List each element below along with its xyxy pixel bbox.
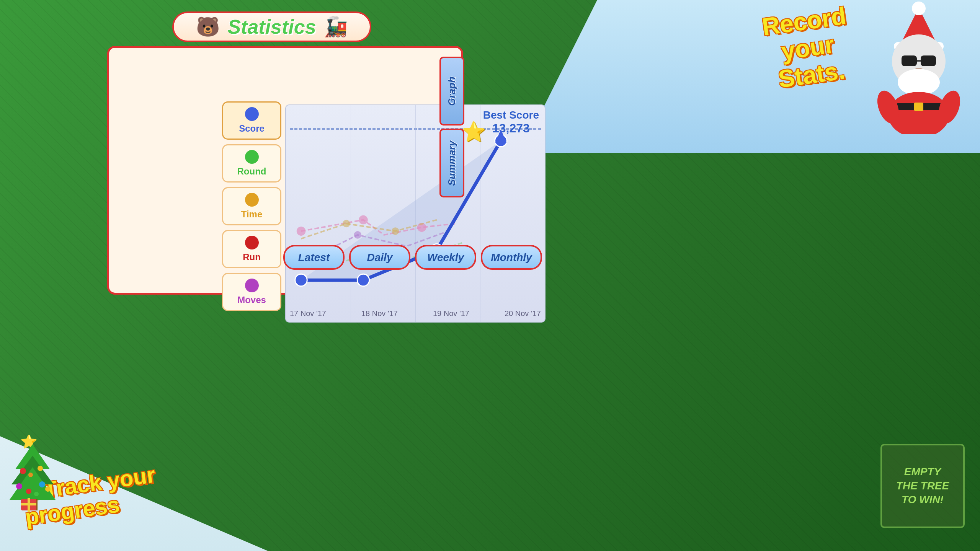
moves-dot: [245, 279, 259, 292]
svg-point-35: [38, 466, 43, 471]
graph-tab[interactable]: Graph: [439, 57, 464, 126]
run-button[interactable]: Run: [222, 230, 281, 268]
time-button[interactable]: Time: [222, 187, 281, 225]
moves-label: Moves: [237, 295, 266, 305]
title-bar: 🐻 Statistics 🚂: [172, 11, 371, 42]
santa-character: [858, 0, 980, 145]
svg-point-40: [34, 492, 39, 496]
svg-rect-20: [921, 55, 936, 66]
latest-tab-label: Latest: [298, 251, 330, 264]
date-1: 17 Nov '17: [290, 309, 326, 318]
svg-point-38: [39, 481, 45, 487]
round-button[interactable]: Round: [222, 144, 281, 183]
page-title: Statistics: [227, 15, 316, 38]
date-4: 20 Nov '17: [505, 309, 541, 318]
svg-point-34: [20, 468, 26, 474]
summary-tab-label: Summary: [446, 140, 458, 186]
weekly-tab[interactable]: Weekly: [415, 245, 476, 270]
date-3: 19 Nov '17: [433, 309, 469, 318]
main-panel: Score Round Time Run Moves Best Score 13…: [107, 46, 463, 295]
santa-svg: [865, 0, 972, 134]
monthly-tab[interactable]: Monthly: [481, 245, 542, 270]
record-text: RecordyourStats.: [760, 2, 855, 94]
right-tabs: Graph Summary: [439, 57, 464, 197]
date-labels: 17 Nov '17 18 Nov '17 19 Nov '17 20 Nov …: [290, 309, 541, 318]
svg-point-2: [359, 215, 368, 225]
svg-point-4: [343, 220, 350, 228]
run-label: Run: [243, 252, 261, 262]
tree-svg: ⭐: [8, 435, 57, 515]
svg-point-10: [295, 274, 307, 286]
christmas-tree: ⭐: [8, 435, 57, 517]
moves-button[interactable]: Moves: [222, 273, 281, 311]
teddy-icon: 🐻: [196, 16, 220, 38]
train-icon: 🚂: [324, 16, 348, 38]
score-label: Score: [239, 123, 265, 134]
round-dot: [245, 150, 259, 164]
round-label: Round: [237, 166, 266, 177]
svg-point-23: [898, 69, 940, 96]
svg-point-16: [912, 2, 926, 15]
score-button[interactable]: Score: [222, 101, 281, 140]
svg-rect-19: [902, 55, 917, 66]
svg-point-37: [16, 483, 22, 489]
weekly-tab-label: Weekly: [427, 251, 464, 264]
svg-point-39: [26, 489, 31, 494]
empty-tree-text: Emptythe treeto win!: [896, 465, 949, 507]
svg-point-7: [354, 231, 361, 239]
record-banner: RecordyourStats.: [760, 2, 855, 94]
time-label: Time: [241, 209, 263, 220]
stat-sidebar: Score Round Time Run Moves: [222, 101, 281, 311]
monthly-tab-label: Monthly: [491, 251, 532, 264]
date-2: 18 Nov '17: [361, 309, 398, 318]
run-dot: [245, 236, 259, 249]
empty-tree-box: Emptythe treeto win!: [880, 444, 965, 528]
chart-svg: [290, 117, 535, 300]
time-tabs: Latest Daily Weekly Monthly: [283, 245, 542, 270]
summary-tab[interactable]: Summary: [439, 129, 464, 197]
graph-tab-label: Graph: [446, 77, 458, 106]
svg-point-36: [28, 473, 33, 477]
svg-point-11: [357, 274, 369, 286]
latest-tab[interactable]: Latest: [283, 245, 345, 270]
svg-rect-26: [914, 103, 923, 111]
score-dot: [245, 107, 259, 121]
graph-area: Best Score 13,273 ⭐: [285, 104, 546, 323]
svg-rect-44: [21, 503, 36, 505]
svg-point-5: [392, 227, 399, 235]
time-dot: [245, 193, 259, 207]
daily-tab-label: Daily: [367, 251, 393, 264]
svg-point-1: [297, 227, 306, 236]
daily-tab[interactable]: Daily: [349, 245, 410, 270]
svg-text:⭐: ⭐: [20, 435, 38, 450]
svg-point-41: [45, 486, 51, 492]
